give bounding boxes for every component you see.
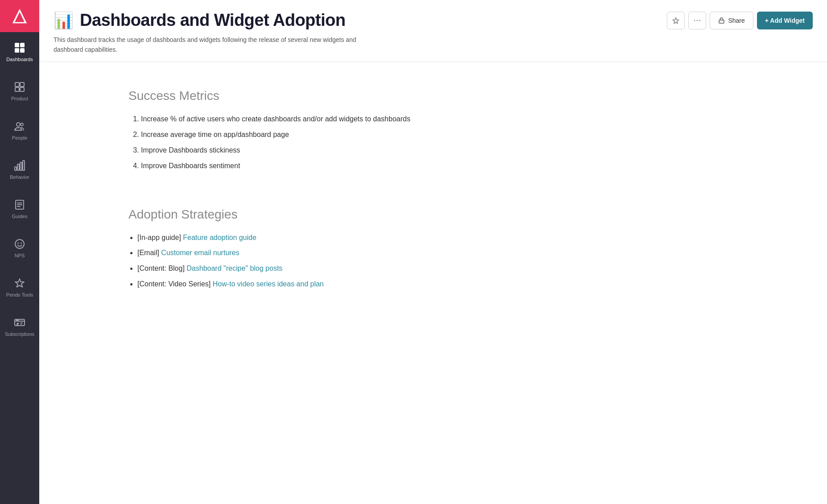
list-item: Improve Dashboards sentiment xyxy=(141,161,791,172)
page-body: Success Metrics Increase % of active use… xyxy=(39,62,827,504)
list-item: Increase % of active users who create da… xyxy=(141,114,791,125)
sidebar: Dashboards Product People xyxy=(0,0,39,504)
svg-rect-13 xyxy=(17,164,19,170)
sidebar-item-guides[interactable]: Guides xyxy=(0,189,39,228)
success-metrics-section: Success Metrics Increase % of active use… xyxy=(128,89,791,171)
strategy-link[interactable]: How-to video series ideas and plan xyxy=(213,280,324,288)
list-item: Increase average time on app/dashboard p… xyxy=(141,129,791,140)
favorite-button[interactable] xyxy=(667,12,685,29)
adoption-strategies-list: [In-app guide] Feature adoption guide [E… xyxy=(128,232,791,290)
svg-rect-9 xyxy=(20,87,24,91)
adoption-strategies-title: Adoption Strategies xyxy=(128,207,791,222)
svg-rect-6 xyxy=(15,83,19,87)
svg-point-11 xyxy=(21,123,23,126)
sidebar-item-dashboards[interactable]: Dashboards xyxy=(0,32,39,71)
nps-icon xyxy=(13,238,26,250)
svg-point-10 xyxy=(17,123,20,126)
page-title: Dashboards and Widget Adoption xyxy=(80,11,345,30)
share-label: Share xyxy=(728,17,744,24)
svg-rect-15 xyxy=(23,161,25,170)
svg-rect-23 xyxy=(16,319,19,321)
more-options-button[interactable]: ··· xyxy=(688,12,706,29)
list-item: [In-app guide] Feature adoption guide xyxy=(137,232,791,244)
sidebar-item-label: Guides xyxy=(12,214,28,219)
svg-rect-8 xyxy=(15,87,19,91)
behavior-icon xyxy=(13,159,26,172)
svg-rect-7 xyxy=(20,83,24,87)
svg-rect-12 xyxy=(15,167,17,170)
success-metrics-title: Success Metrics xyxy=(128,89,791,103)
sidebar-item-label: NPS xyxy=(15,253,25,258)
sidebar-item-behavior[interactable]: Behavior xyxy=(0,150,39,189)
svg-rect-14 xyxy=(20,162,22,170)
list-item: [Content: Blog] Dashboard "recipe" blog … xyxy=(137,263,791,274)
add-widget-label: + Add Widget xyxy=(765,17,805,24)
header-top-row: 📊 Dashboards and Widget Adoption ··· xyxy=(54,11,813,30)
svg-rect-5 xyxy=(20,48,25,53)
title-row: 📊 Dashboards and Widget Adoption xyxy=(54,11,345,30)
svg-point-20 xyxy=(17,243,19,244)
strategy-prefix: [In-app guide] xyxy=(137,234,183,241)
people-icon xyxy=(13,120,26,132)
sidebar-item-label: Behavior xyxy=(10,174,29,180)
main-content: 📊 Dashboards and Widget Adoption ··· xyxy=(39,0,827,504)
svg-rect-24 xyxy=(719,20,724,23)
page-header: 📊 Dashboards and Widget Adoption ··· xyxy=(39,0,827,62)
header-actions: ··· Share + Add Widget xyxy=(667,12,813,29)
sidebar-item-pendo-tools[interactable]: Pendo Tools xyxy=(0,268,39,307)
adoption-strategies-section: Adoption Strategies [In-app guide] Featu… xyxy=(128,207,791,290)
strategy-prefix: [Email] xyxy=(137,249,161,256)
product-icon xyxy=(13,81,26,93)
dashboards-icon xyxy=(13,41,26,54)
sidebar-item-people[interactable]: People xyxy=(0,111,39,150)
app-logo[interactable] xyxy=(0,0,39,32)
strategy-link[interactable]: Customer email nurtures xyxy=(161,249,239,256)
sidebar-item-product[interactable]: Product xyxy=(0,71,39,111)
lock-icon xyxy=(718,17,725,24)
pendo-tools-icon xyxy=(13,277,26,289)
list-item: Improve Dashboards stickiness xyxy=(141,145,791,156)
svg-rect-4 xyxy=(15,48,19,53)
success-metrics-list: Increase % of active users who create da… xyxy=(128,114,791,171)
sidebar-item-label: Dashboards xyxy=(6,57,33,62)
sidebar-item-subscriptions[interactable]: Subscriptions xyxy=(0,307,39,346)
guides-icon xyxy=(13,198,26,211)
svg-rect-2 xyxy=(15,43,19,47)
strategy-prefix: [Content: Video Series] xyxy=(137,280,213,288)
page-description: This dashboard tracks the usage of dashb… xyxy=(54,35,357,54)
subscriptions-icon xyxy=(13,316,26,329)
strategy-link[interactable]: Dashboard "recipe" blog posts xyxy=(186,264,282,272)
svg-rect-3 xyxy=(20,43,25,47)
add-widget-button[interactable]: + Add Widget xyxy=(757,12,813,29)
sidebar-item-label: Subscriptions xyxy=(5,331,34,337)
share-button[interactable]: Share xyxy=(710,12,753,29)
list-item: [Email] Customer email nurtures xyxy=(137,248,791,259)
sidebar-item-label: Pendo Tools xyxy=(6,292,33,297)
svg-point-21 xyxy=(21,243,22,244)
sidebar-item-label: Product xyxy=(11,96,28,101)
sidebar-item-label: People xyxy=(12,135,27,140)
strategy-prefix: [Content: Blog] xyxy=(137,264,186,272)
sidebar-item-nps[interactable]: NPS xyxy=(0,228,39,268)
page-icon: 📊 xyxy=(54,12,74,29)
list-item: [Content: Video Series] How-to video ser… xyxy=(137,279,791,290)
more-icon: ··· xyxy=(693,16,701,25)
strategy-link[interactable]: Feature adoption guide xyxy=(183,234,256,241)
